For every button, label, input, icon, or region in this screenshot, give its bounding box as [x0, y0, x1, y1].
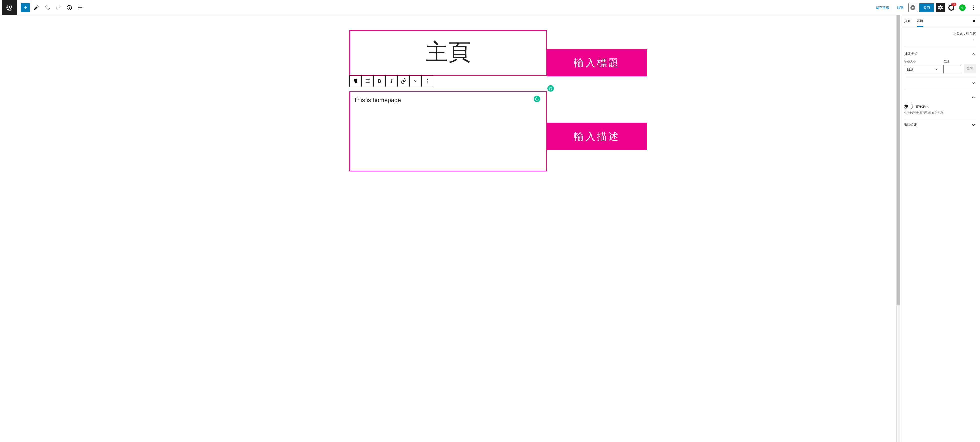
annotation-desc-hint: 輸入描述 [547, 123, 647, 150]
svg-point-3 [973, 7, 974, 8]
grammarly-g-icon [549, 86, 553, 90]
advanced-section-toggle[interactable]: 進階設定 [904, 122, 976, 128]
info-button[interactable] [65, 3, 74, 12]
pencil-icon [33, 5, 40, 11]
dropcap-toggle[interactable] [904, 104, 913, 109]
redo-button[interactable] [54, 3, 63, 12]
undo-button[interactable] [43, 3, 52, 12]
svg-point-7 [428, 83, 428, 83]
yoast-button[interactable]: 12 [947, 3, 956, 12]
tab-page[interactable]: 頁面 [904, 15, 911, 27]
paragraph-text[interactable]: This is homepage [354, 97, 543, 104]
font-size-label: 字型大小 [904, 59, 940, 64]
svg-point-5 [428, 79, 428, 80]
paragraph-icon [353, 78, 359, 84]
chevron-down-icon [413, 78, 419, 84]
canvas-scrollbar[interactable] [897, 15, 900, 442]
font-size-select[interactable]: 預設 [904, 65, 940, 73]
wordpress-logo[interactable] [2, 0, 17, 15]
block-type-button[interactable] [350, 76, 362, 86]
block-toolbar: B I [350, 75, 434, 87]
custom-size-input[interactable] [943, 65, 961, 73]
custom-size-label: 自訂 [943, 59, 961, 64]
typography-heading: 排版樣式 [904, 51, 917, 56]
scrollbar-thumb[interactable] [897, 15, 900, 305]
jetpack-button[interactable] [958, 3, 967, 12]
editor-top-toolbar: + 儲存草稿 預覽 發佈 [0, 0, 980, 15]
svg-point-6 [428, 81, 428, 81]
italic-button[interactable]: I [386, 76, 398, 86]
reset-button[interactable]: 重設 [964, 64, 976, 73]
svg-point-4 [973, 9, 974, 10]
preview-button[interactable]: 預覽 [894, 3, 907, 12]
vertical-dots-icon [970, 5, 977, 11]
typography-section-toggle[interactable]: 排版樣式 [904, 51, 976, 56]
chevron-down-icon [971, 122, 976, 128]
grammarly-button[interactable] [547, 85, 554, 92]
paragraph-block[interactable]: This is homepage [350, 91, 547, 171]
block-description-partial: 本要素，請以它 。 [904, 31, 976, 41]
annotation-title-hint: 輸入標題 [547, 49, 647, 77]
list-icon [78, 5, 83, 11]
svg-point-2 [973, 5, 974, 6]
align-left-icon [365, 78, 371, 84]
page-title-text[interactable]: 主頁 [350, 37, 546, 67]
dropcap-section-toggle[interactable] [904, 93, 976, 102]
block-more-button[interactable] [422, 76, 434, 86]
chevron-up-icon [971, 51, 976, 56]
jetpack-icon [959, 4, 966, 11]
edit-mode-button[interactable] [32, 3, 41, 12]
bold-button[interactable]: B [374, 76, 386, 86]
dropcap-label: 首字放大 [916, 104, 929, 109]
yoast-badge: 12 [951, 3, 956, 6]
link-icon [401, 78, 407, 84]
dropdown-button[interactable] [410, 76, 422, 86]
advanced-heading: 進階設定 [904, 123, 917, 127]
add-block-button[interactable]: + [21, 3, 30, 12]
gear-icon [937, 5, 943, 11]
save-draft-button[interactable]: 儲存草稿 [873, 3, 892, 12]
close-icon: ✕ [972, 19, 976, 24]
align-button[interactable] [362, 76, 374, 86]
grammarly-indicator[interactable] [534, 96, 540, 102]
page-title-block[interactable]: 主頁 [350, 30, 547, 76]
close-sidebar-button[interactable]: ✕ [972, 18, 976, 24]
link-button[interactable] [398, 76, 410, 86]
grammarly-spinner-icon [535, 97, 539, 101]
sidebar-tabs: 頁面 區塊 ✕ [900, 15, 980, 27]
editor-canvas[interactable]: 主頁 B I This is homepage [0, 15, 897, 442]
outline-button[interactable] [76, 3, 85, 12]
settings-button[interactable] [936, 3, 945, 12]
vertical-dots-icon [425, 78, 431, 84]
tab-block[interactable]: 區塊 [917, 15, 923, 27]
chevron-down-icon [971, 81, 976, 86]
italic-icon: I [391, 78, 393, 84]
redo-icon [56, 5, 62, 11]
collapsed-section-1[interactable] [904, 78, 976, 88]
bold-icon: B [378, 78, 381, 84]
toggle-knob [905, 105, 908, 108]
plus-icon: + [24, 4, 27, 11]
info-icon [67, 5, 73, 11]
more-menu-button[interactable] [969, 3, 978, 12]
undo-icon [45, 5, 51, 11]
bolt-icon [910, 5, 916, 11]
dropcap-hint: 切換以設定是否顯示首字大寫。 [904, 111, 976, 115]
settings-sidebar: 頁面 區塊 ✕ 本要素，請以它 。 排版樣式 字型大小 [900, 15, 980, 442]
chevron-up-icon [971, 95, 976, 100]
amp-button[interactable] [908, 3, 918, 12]
publish-button[interactable]: 發佈 [920, 3, 934, 12]
